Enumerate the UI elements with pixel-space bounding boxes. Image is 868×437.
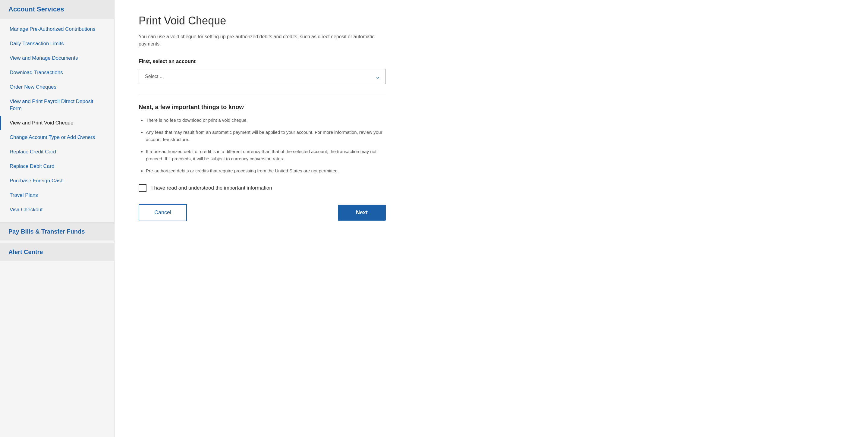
select-account-label: First, select an account	[138, 59, 844, 64]
sidebar-item-purchase-foreign-cash[interactable]: Purchase Foreign Cash	[0, 174, 114, 188]
sidebar-item-order-new-cheques[interactable]: Order New Cheques	[0, 80, 114, 94]
sidebar-item-manage-pre-authorized[interactable]: Manage Pre-Authorized Contributions	[0, 22, 114, 36]
info-list: There is no fee to download or print a v…	[138, 117, 386, 175]
sidebar-item-view-manage-documents[interactable]: View and Manage Documents	[0, 51, 114, 65]
info-item-4: Pre-authorized debits or credits that re…	[146, 167, 386, 175]
sidebar-nav: Manage Pre-Authorized Contributions Dail…	[0, 19, 114, 220]
sidebar-pay-bills-label: Pay Bills & Transfer Funds	[8, 228, 85, 235]
section-divider	[138, 95, 386, 95]
sidebar-pay-bills-header[interactable]: Pay Bills & Transfer Funds	[0, 222, 114, 241]
sidebar-item-view-print-payroll[interactable]: View and Print Payroll Direct Deposit Fo…	[0, 94, 114, 116]
sidebar-item-replace-credit-card[interactable]: Replace Credit Card	[0, 145, 114, 159]
sidebar-item-visa-checkout[interactable]: Visa Checkout	[0, 202, 114, 217]
sidebar-item-view-print-void-cheque[interactable]: View and Print Void Cheque	[0, 116, 114, 130]
sidebar-item-replace-debit-card[interactable]: Replace Debit Card	[0, 159, 114, 174]
checkbox-label[interactable]: I have read and understood the important…	[151, 185, 272, 191]
acknowledge-checkbox[interactable]	[138, 184, 147, 192]
next-button[interactable]: Next	[338, 205, 386, 221]
info-item-2: Any fees that may result from an automat…	[146, 129, 386, 143]
info-section-title: Next, a few important things to know	[138, 104, 386, 111]
account-select[interactable]: Select ...	[138, 69, 386, 84]
page-container: Account Services Manage Pre-Authorized C…	[0, 0, 868, 437]
main-content: Print Void Cheque You can use a void che…	[115, 0, 868, 437]
sidebar-item-daily-transaction-limits[interactable]: Daily Transaction Limits	[0, 36, 114, 51]
page-description: You can use a void cheque for setting up…	[138, 33, 380, 48]
cancel-button[interactable]: Cancel	[138, 204, 187, 221]
info-section: Next, a few important things to know The…	[138, 104, 386, 175]
button-row: Cancel Next	[138, 204, 386, 221]
page-title: Print Void Cheque	[138, 14, 844, 27]
account-select-wrapper: Select ... ⌄	[138, 69, 386, 84]
sidebar-item-download-transactions[interactable]: Download Transactions	[0, 65, 114, 80]
sidebar-item-change-account-type[interactable]: Change Account Type or Add Owners	[0, 130, 114, 145]
sidebar-account-services-label: Account Services	[8, 5, 64, 13]
sidebar-item-travel-plans[interactable]: Travel Plans	[0, 188, 114, 202]
info-item-3: If a pre-authorized debit or credit is i…	[146, 148, 386, 162]
info-item-1: There is no fee to download or print a v…	[146, 117, 386, 124]
checkbox-row: I have read and understood the important…	[138, 184, 386, 192]
sidebar: Account Services Manage Pre-Authorized C…	[0, 0, 115, 437]
sidebar-alert-centre-label: Alert Centre	[8, 249, 43, 255]
sidebar-account-services-header: Account Services	[0, 0, 114, 19]
sidebar-alert-centre-header[interactable]: Alert Centre	[0, 243, 114, 261]
